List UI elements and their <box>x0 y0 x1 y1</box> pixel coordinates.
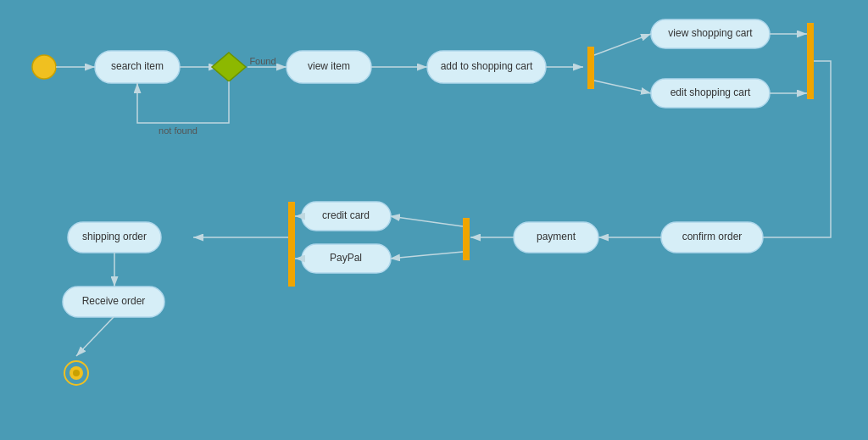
arrow-fork-viewcart <box>594 34 651 55</box>
view-cart-label: view shopping cart <box>668 27 753 39</box>
arrow-notfound-search <box>137 81 229 123</box>
fork-bar-1 <box>587 47 594 89</box>
add-cart-label: add to shopping cart <box>441 60 533 72</box>
join-bar-4 <box>288 202 295 287</box>
arrow-fork-editcart <box>594 81 651 93</box>
join-bar-2 <box>807 23 814 99</box>
fork-bar-3 <box>463 218 470 260</box>
credit-card-label: credit card <box>322 209 370 221</box>
confirm-order-label: confirm order <box>682 231 743 242</box>
shipping-order-label: shipping order <box>82 231 147 242</box>
search-item-label: search item <box>111 60 164 72</box>
end-core-circle <box>73 370 80 376</box>
paypal-label: PayPal <box>330 252 362 264</box>
arrow-receive-end <box>76 317 114 356</box>
arrow-fork3-paypal <box>390 252 463 259</box>
view-item-label: view item <box>308 60 350 72</box>
decision-diamond <box>212 53 246 81</box>
edit-cart-label: edit shopping cart <box>670 86 751 98</box>
start-node <box>32 55 56 79</box>
receive-order-label: Receive order <box>82 295 146 307</box>
payment-label: payment <box>537 231 576 242</box>
found-label: Found <box>249 56 275 66</box>
arrow-fork3-creditcard <box>390 216 463 226</box>
not-found-label: not found <box>159 125 198 136</box>
